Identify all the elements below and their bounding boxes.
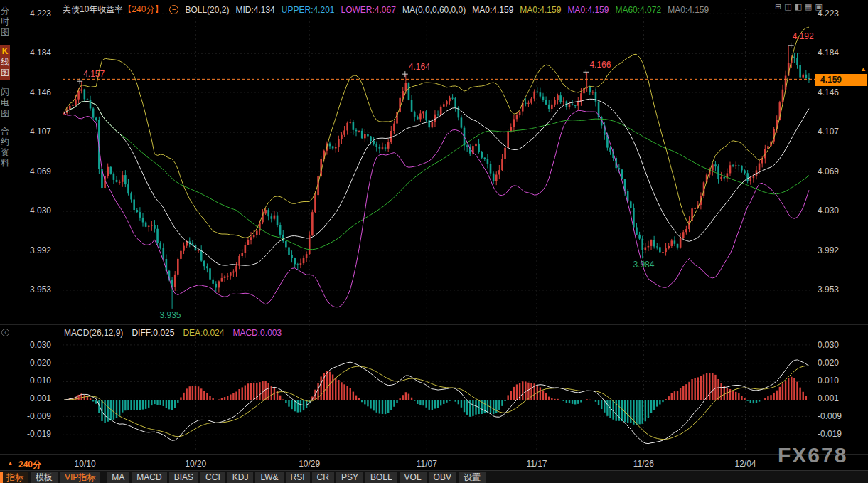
window-layout-icon-3[interactable]: ◧ — [795, 2, 802, 11]
price-annotation: 4.157 — [83, 69, 105, 79]
axis-tick-label: 4.069 — [818, 166, 839, 176]
price-annotation: 4.164 — [409, 62, 430, 72]
pane-divider — [0, 324, 868, 325]
indicator-button-psy[interactable]: PSY — [336, 472, 363, 483]
tab-templates[interactable]: 模板 — [31, 472, 58, 483]
indicator-button-cci[interactable]: CCI — [200, 472, 225, 483]
ma-group-label: MA(0,0,0,60,0,0) — [402, 5, 466, 15]
tab-indicators[interactable]: 指标 — [0, 472, 28, 483]
current-price-badge: 4.159 — [815, 74, 867, 86]
ma-value-4: MA60:4.072 — [615, 5, 661, 15]
indicator-button-kdj[interactable]: KDJ — [227, 472, 254, 483]
axis-tick-label: -0.019 — [27, 429, 51, 439]
ma-value-2: MA0:4.159 — [520, 5, 561, 15]
axis-tick-label: 4.030 — [818, 206, 839, 216]
axis-tick-label: 3.953 — [818, 285, 839, 294]
window-layout-icons: ⊞ ◫ ◧ ▦ ▣ — [775, 2, 823, 11]
zoom-out-icon[interactable]: − — [169, 5, 178, 14]
axis-tick-label: 11/17 — [526, 459, 547, 469]
pane-collapse-icon[interactable]: ‹ — [1, 329, 9, 336]
indicator-toolbar: 指标 模板 VIP指标 MAMACDBIASCCIKDJLW&RSICRPSYB… — [0, 470, 868, 483]
window-layout-icon-1[interactable]: ⊞ — [775, 2, 781, 11]
macd-title: MACD(26,12,9) — [64, 328, 123, 338]
indicator-button-macd[interactable]: MACD — [132, 472, 166, 483]
boll-lower-value: LOWER:4.067 — [341, 5, 396, 15]
price-annotation: 4.166 — [589, 60, 611, 70]
badge-arrow-icon: ▲ — [860, 65, 867, 73]
axis-tick-label: 0.020 — [30, 358, 51, 368]
indicator-button-ma[interactable]: MA — [107, 472, 129, 483]
indicator-button-vol[interactable]: VOL — [400, 472, 427, 483]
axis-tick-label: 0.001 — [30, 393, 51, 403]
indicator-buttons: MAMACDBIASCCIKDJLW&RSICRPSYBOLLVOLOBV — [107, 472, 456, 483]
axis-tick-label: 0.010 — [30, 376, 51, 386]
macd-axis-right: 0.0300.0200.0100.001-0.009-0.019 — [818, 340, 867, 439]
axis-tick-label: -0.019 — [818, 429, 842, 439]
indicator-button-cr[interactable]: CR — [312, 472, 334, 483]
axis-tick-label: 0.020 — [818, 358, 839, 368]
indicator-button-bias[interactable]: BIAS — [169, 472, 198, 483]
macd-hist-value: MACD:0.003 — [232, 328, 282, 338]
axis-tick-label: 4.223 — [818, 9, 839, 18]
tab-vip-indicators[interactable]: VIP指标 — [60, 472, 100, 483]
price-axis-right: 4.2234.1844.1464.1074.0694.0303.9923.953 — [818, 9, 867, 294]
chart-info-bar: 美债10年收益率【240分】 − BOLL(20,2) MID:4.134 UP… — [63, 4, 709, 16]
axis-tick-label: 12/04 — [734, 459, 756, 469]
axis-tick-label: 0.030 — [818, 340, 839, 350]
boll-mid-value: MID:4.134 — [235, 5, 274, 15]
chart-canvas[interactable]: 4.1574.1644.1664.1923.9353.984 — [0, 0, 868, 483]
axis-tick-label: 4.184 — [30, 48, 51, 58]
macd-info-bar: MACD(26,12,9) DIFF:0.025 DEA:0.024 MACD:… — [64, 328, 282, 338]
period-label: 【240分】 — [123, 4, 163, 14]
axis-tick-label: 0.001 — [818, 393, 839, 403]
ma-value-3: MA0:4.159 — [567, 5, 609, 15]
axis-tick-label: 4.146 — [818, 87, 839, 97]
price-annotation: 3.984 — [633, 260, 654, 270]
fx678-watermark: FX678 — [778, 443, 847, 467]
axis-tick-label: 10/29 — [299, 459, 320, 469]
axis-tick-label: -0.009 — [27, 411, 51, 421]
axis-tick-label: 3.992 — [30, 245, 51, 255]
axis-tick-label: 0.030 — [30, 340, 51, 350]
axis-tick-label: 0.010 — [818, 376, 839, 386]
axis-tick-label: 11/26 — [633, 459, 654, 469]
axis-tick-label: 10/20 — [185, 459, 206, 469]
boll-label: BOLL(20,2) — [185, 5, 229, 15]
macd-dea-value: DEA:0.024 — [183, 328, 224, 338]
axis-tick-label: 4.069 — [30, 166, 51, 176]
trading-app: 4.1574.1644.1664.1923.9353.984 分时图 K线图 闪… — [0, 0, 868, 483]
axis-tick-label: 4.107 — [818, 127, 839, 137]
settings-button[interactable]: 设置 — [459, 472, 486, 483]
price-annotation: 3.935 — [159, 310, 181, 320]
axis-tick-label: 11/07 — [417, 459, 437, 469]
axis-tick-label: 4.223 — [30, 9, 51, 18]
axis-tick-label: 3.992 — [818, 245, 839, 255]
axis-divider — [0, 454, 868, 455]
indicator-button-obv[interactable]: OBV — [429, 472, 456, 483]
window-layout-icon-2[interactable]: ◫ — [784, 2, 791, 11]
symbol-name: 美债10年收益率 — [63, 4, 123, 14]
axis-tick-label: -0.009 — [818, 411, 842, 421]
window-layout-icon-4[interactable]: ▦ — [805, 2, 812, 11]
axis-tick-label: 10/10 — [75, 459, 96, 469]
ma-value-1: MA0:4.159 — [472, 5, 513, 15]
axis-tick-label: 3.953 — [30, 285, 51, 294]
x-axis-dates: 10/1010/2010/2911/0711/1711/2612/04 — [0, 459, 868, 469]
indicator-button-lw[interactable]: LW& — [255, 472, 283, 483]
boll-upper-value: UPPER:4.201 — [282, 5, 335, 15]
axis-tick-label: 4.146 — [30, 87, 51, 97]
indicator-button-rsi[interactable]: RSI — [286, 472, 310, 483]
ma-value-5: MA0:4.159 — [668, 5, 709, 15]
axis-tick-label: 4.030 — [30, 206, 51, 216]
axis-tick-label: 4.107 — [30, 127, 51, 137]
macd-diff-value: DIFF:0.025 — [132, 328, 174, 338]
price-axis-left: 4.2234.1844.1464.1074.0694.0303.9923.953 — [0, 9, 57, 294]
indicator-button-boll[interactable]: BOLL — [365, 472, 397, 483]
price-annotation: 4.192 — [793, 31, 814, 41]
axis-tick-label: 4.184 — [818, 48, 839, 58]
macd-axis-left: 0.0300.0200.0100.001-0.009-0.019 — [0, 340, 57, 439]
